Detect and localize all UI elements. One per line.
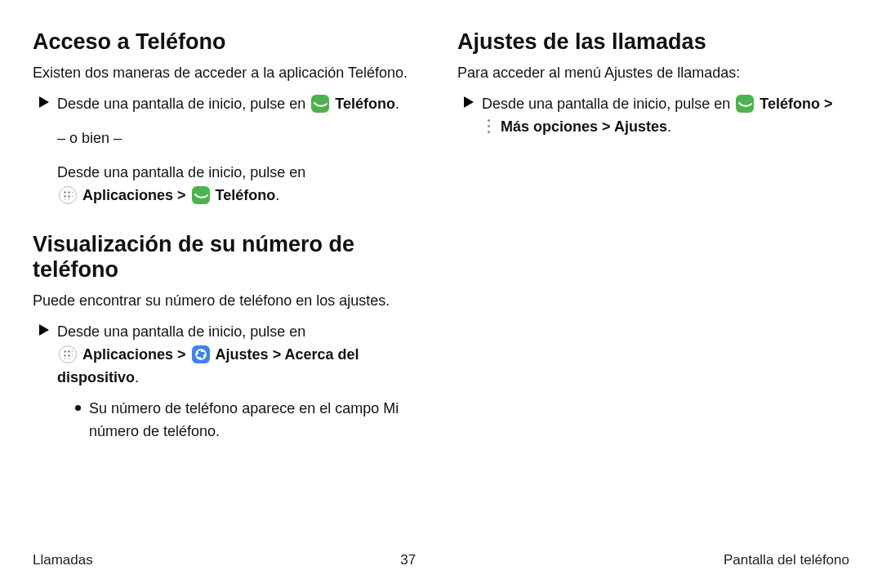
page-footer: Llamadas 37 Pantalla del teléfono <box>33 541 849 568</box>
text: Desde una pantalla de inicio, pulse en <box>57 96 305 112</box>
step-body: Desde una pantalla de inicio, pulse en T… <box>482 93 849 139</box>
more-options-icon <box>483 118 495 136</box>
apps-icon <box>59 186 77 204</box>
footer-page-number: 37 <box>400 552 416 568</box>
settings-label: Ajustes <box>614 118 667 135</box>
step-marker-icon <box>39 96 49 108</box>
right-column: Ajustes de las llamadas Para acceder al … <box>457 29 849 541</box>
text: Desde una pantalla de inicio, pulse en <box>57 164 305 180</box>
step-call-settings: Desde una pantalla de inicio, pulse en T… <box>464 93 849 139</box>
heading-view-number: Visualización de su número de teléfono <box>33 232 425 283</box>
apps-label: Aplicaciones <box>82 187 173 203</box>
bullet-text: Su número de teléfono aparece en el camp… <box>89 398 425 443</box>
caret: > <box>820 96 833 112</box>
intro-view-number: Puede encontrar su número de teléfono en… <box>33 291 425 311</box>
apps-label: Aplicaciones <box>82 346 173 363</box>
settings-icon <box>192 345 210 363</box>
heading-call-settings: Ajustes de las llamadas <box>457 29 849 55</box>
step-marker-icon <box>39 324 49 336</box>
step-view-number: Desde una pantalla de inicio, pulse en A… <box>39 321 425 443</box>
period: . <box>275 187 279 203</box>
text: Desde una pantalla de inicio, pulse en <box>57 323 305 340</box>
caret: > <box>173 187 190 203</box>
text: Desde una pantalla de inicio, pulse en <box>482 96 730 112</box>
settings-label: Ajustes <box>216 346 269 363</box>
bullet-icon <box>75 405 81 411</box>
or-divider: – o bien – <box>57 127 425 150</box>
sub-bullet: Su número de teléfono aparece en el camp… <box>75 398 425 443</box>
phone-icon <box>192 186 210 204</box>
footer-right: Pantalla del teléfono <box>724 552 849 568</box>
step-access-phone: Desde una pantalla de inicio, pulse en T… <box>39 93 425 207</box>
caret: > <box>598 118 614 135</box>
phone-label: Teléfono <box>335 96 395 112</box>
period: . <box>667 118 671 135</box>
caret: > <box>269 346 285 363</box>
step-body: Desde una pantalla de inicio, pulse en A… <box>57 321 425 443</box>
caret: > <box>173 346 190 363</box>
period: . <box>395 96 399 112</box>
intro-call-settings: Para acceder al menú Ajustes de llamadas… <box>457 63 849 83</box>
two-column-layout: Acceso a Teléfono Existen dos maneras de… <box>33 29 849 541</box>
more-options-label: Más opciones <box>501 118 598 135</box>
step-marker-icon <box>464 96 474 108</box>
apps-icon <box>59 345 77 363</box>
phone-label: Teléfono <box>216 187 276 203</box>
phone-icon <box>736 95 754 113</box>
heading-access-phone: Acceso a Teléfono <box>33 29 425 55</box>
alt-step: Desde una pantalla de inicio, pulse en A… <box>57 162 425 207</box>
intro-access-phone: Existen dos maneras de acceder a la apli… <box>33 63 425 83</box>
step-body: Desde una pantalla de inicio, pulse en T… <box>57 93 425 207</box>
phone-icon <box>311 95 329 113</box>
footer-left: Llamadas <box>33 552 93 568</box>
left-column: Acceso a Teléfono Existen dos maneras de… <box>33 29 425 541</box>
period: . <box>135 369 139 385</box>
phone-label: Teléfono <box>760 96 820 112</box>
